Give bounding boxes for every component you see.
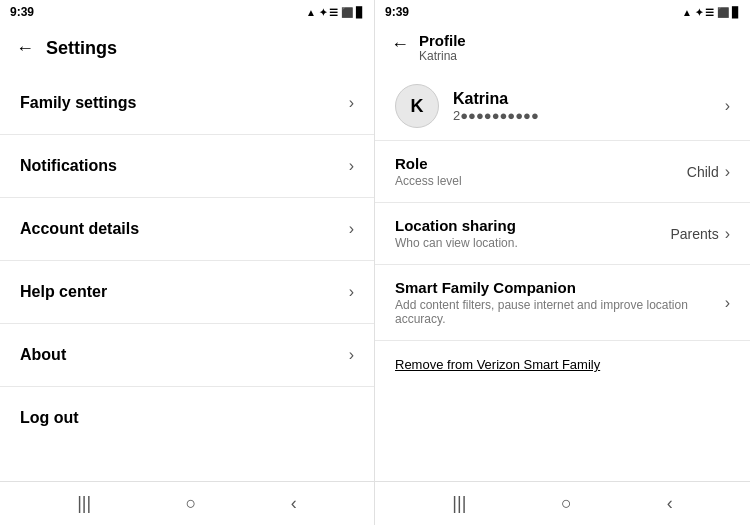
profile-top-title: Profile Katrina <box>419 32 466 63</box>
role-right: Child › <box>687 163 730 181</box>
location-right: Parents › <box>670 225 730 243</box>
menu-item-help-center[interactable]: Help center › <box>0 261 374 324</box>
smart-family-sub: Add content filters, pause internet and … <box>395 298 725 326</box>
profile-screen-sub: Katrina <box>419 49 466 63</box>
profile-screen-title: Profile <box>419 32 466 49</box>
time-right: 9:39 <box>385 5 409 19</box>
role-sub: Access level <box>395 174 462 188</box>
remove-link[interactable]: Remove from Verizon Smart Family <box>375 341 750 388</box>
status-icons-left: ▲ ✦ ☰ ⬛ ▊ <box>306 7 364 18</box>
chevron-icon-location: › <box>725 225 730 243</box>
profile-top-bar: ← Profile Katrina <box>375 24 750 72</box>
avatar: K <box>395 84 439 128</box>
detail-item-smart-family[interactable]: Smart Family Companion Add content filte… <box>375 265 750 341</box>
profile-name-group: Katrina 2●●●●●●●●●● <box>453 90 539 123</box>
menu-label-notifications: Notifications <box>20 157 117 175</box>
settings-title: Settings <box>46 38 117 59</box>
back-icon-right[interactable]: ← <box>391 34 409 55</box>
nav-back-icon[interactable]: ‹ <box>291 493 297 514</box>
left-panel: 9:39 ▲ ✦ ☰ ⬛ ▊ ← Settings Family setting… <box>0 0 375 525</box>
menu-label-family-settings: Family settings <box>20 94 136 112</box>
status-icons-right: ▲ ✦ ☰ ⬛ ▊ <box>682 7 740 18</box>
chevron-icon-account: › <box>349 220 354 238</box>
profile-number: 2●●●●●●●●●● <box>453 108 539 123</box>
location-value: Parents <box>670 226 718 242</box>
detail-item-location[interactable]: Location sharing Who can view location. … <box>375 203 750 265</box>
location-sub: Who can view location. <box>395 236 518 250</box>
time-left: 9:39 <box>10 5 34 19</box>
location-left: Location sharing Who can view location. <box>395 217 518 250</box>
menu-label-about: About <box>20 346 66 364</box>
nav-recents-icon-right[interactable]: ||| <box>452 493 466 514</box>
right-panel: 9:39 ▲ ✦ ☰ ⬛ ▊ ← Profile Katrina K Katri… <box>375 0 750 525</box>
role-title: Role <box>395 155 462 172</box>
chevron-icon-help: › <box>349 283 354 301</box>
nav-back-icon-right[interactable]: ‹ <box>667 493 673 514</box>
menu-label-help-center: Help center <box>20 283 107 301</box>
status-bar-right: 9:39 ▲ ✦ ☰ ⬛ ▊ <box>375 0 750 24</box>
menu-item-logout[interactable]: Log out <box>0 387 374 449</box>
menu-item-account-details[interactable]: Account details › <box>0 198 374 261</box>
back-icon-left[interactable]: ← <box>16 38 34 59</box>
status-bar-left: 9:39 ▲ ✦ ☰ ⬛ ▊ <box>0 0 374 24</box>
smart-family-left: Smart Family Companion Add content filte… <box>395 279 725 326</box>
chevron-icon-notifications: › <box>349 157 354 175</box>
role-left: Role Access level <box>395 155 462 188</box>
menu-item-about[interactable]: About › <box>0 324 374 387</box>
menu-label-logout: Log out <box>20 409 79 427</box>
smart-family-title: Smart Family Companion <box>395 279 725 296</box>
menu-item-notifications[interactable]: Notifications › <box>0 135 374 198</box>
menu-item-family-settings[interactable]: Family settings › <box>0 72 374 135</box>
detail-item-role[interactable]: Role Access level Child › <box>375 141 750 203</box>
smart-family-right: › <box>725 294 730 312</box>
chevron-icon-role: › <box>725 163 730 181</box>
chevron-icon-smart-family: › <box>725 294 730 312</box>
chevron-icon-profile: › <box>725 97 730 115</box>
top-bar-left: ← Settings <box>0 24 374 72</box>
nav-recents-icon[interactable]: ||| <box>77 493 91 514</box>
location-title: Location sharing <box>395 217 518 234</box>
bottom-nav-right: ||| ○ ‹ <box>375 481 750 525</box>
nav-home-icon[interactable]: ○ <box>186 493 197 514</box>
chevron-icon-about: › <box>349 346 354 364</box>
profile-name: Katrina <box>453 90 539 108</box>
profile-section-left: K Katrina 2●●●●●●●●●● <box>395 84 539 128</box>
profile-section[interactable]: K Katrina 2●●●●●●●●●● › <box>375 72 750 141</box>
nav-home-icon-right[interactable]: ○ <box>561 493 572 514</box>
role-value: Child <box>687 164 719 180</box>
bottom-nav-left: ||| ○ ‹ <box>0 481 374 525</box>
menu-list: Family settings › Notifications › Accoun… <box>0 72 374 481</box>
chevron-icon-family: › <box>349 94 354 112</box>
menu-label-account-details: Account details <box>20 220 139 238</box>
